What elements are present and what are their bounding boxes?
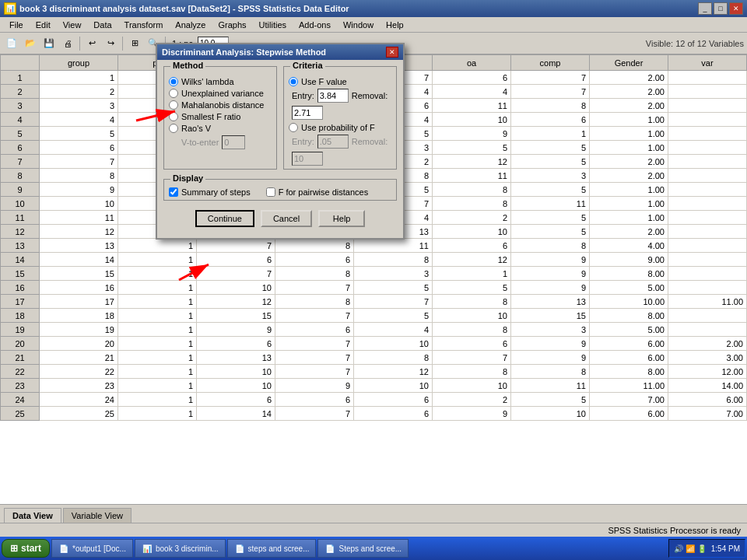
table-cell[interactable]	[668, 267, 747, 281]
table-cell[interactable]: 3	[511, 323, 590, 337]
col-gender[interactable]: Gender	[590, 55, 668, 71]
table-cell[interactable]: 6	[433, 71, 511, 85]
table-cell[interactable]: 12	[433, 253, 511, 267]
table-cell[interactable]: 1.00	[590, 183, 668, 197]
method-wilks-radio[interactable]	[169, 77, 178, 86]
table-cell[interactable]: 11	[511, 379, 590, 393]
table-cell[interactable]: 1	[118, 267, 197, 281]
table-cell[interactable]	[668, 99, 747, 113]
table-cell[interactable]: 1	[40, 71, 118, 85]
table-cell[interactable]: 7	[275, 351, 354, 365]
table-cell[interactable]	[668, 85, 747, 99]
method-wilks-label[interactable]: Wilks' lambda	[181, 77, 234, 86]
table-cell[interactable]	[668, 225, 747, 239]
table-cell[interactable]: 8	[354, 253, 433, 267]
table-cell[interactable]: 2.00	[590, 85, 668, 99]
close-btn[interactable]: ✕	[729, 2, 743, 15]
use-f-label[interactable]: Use F value	[301, 77, 347, 86]
f-pairwise-checkbox[interactable]	[266, 187, 275, 197]
table-cell[interactable]: 15	[40, 267, 118, 281]
table-cell[interactable]: 12	[354, 365, 433, 379]
table-cell[interactable]: 9	[511, 337, 590, 351]
cancel-button[interactable]: Cancel	[261, 210, 312, 227]
menu-window[interactable]: Window	[337, 19, 380, 31]
table-cell[interactable]: 6	[433, 239, 511, 253]
table-cell[interactable]: 7	[40, 155, 118, 169]
use-f-radio[interactable]	[289, 77, 298, 86]
table-cell[interactable]	[668, 323, 747, 337]
table-cell[interactable]: 9	[511, 267, 590, 281]
prob-removal-input[interactable]	[292, 152, 323, 166]
removal-input[interactable]	[292, 106, 323, 120]
table-cell[interactable]: 6	[511, 113, 590, 127]
table-cell[interactable]: 4	[354, 323, 433, 337]
table-cell[interactable]: 4	[433, 85, 511, 99]
method-mahalanobis-radio[interactable]	[169, 100, 178, 110]
maximize-btn[interactable]: □	[714, 2, 728, 15]
table-cell[interactable]: 4	[40, 113, 118, 127]
table-cell[interactable]: 5	[511, 211, 590, 225]
table-cell[interactable]: 6	[354, 393, 433, 407]
tab-variable-view[interactable]: Variable View	[63, 508, 132, 523]
summary-steps-checkbox[interactable]	[169, 187, 178, 197]
print-btn[interactable]: 🖨	[59, 35, 76, 52]
table-cell[interactable]: 7	[275, 407, 354, 421]
table-cell[interactable]: 12.00	[668, 365, 747, 379]
goto-btn[interactable]: ⊞	[126, 35, 143, 52]
open-btn[interactable]: 📂	[22, 35, 39, 52]
table-cell[interactable]: 1	[118, 253, 197, 267]
table-cell[interactable]: 15	[511, 309, 590, 323]
col-oa[interactable]: oa	[433, 55, 511, 71]
table-cell[interactable]: 10	[197, 379, 275, 393]
table-cell[interactable]: 7	[511, 71, 590, 85]
menu-view[interactable]: View	[57, 19, 88, 31]
table-cell[interactable]: 1	[118, 295, 197, 309]
table-cell[interactable]: 9	[275, 379, 354, 393]
table-cell[interactable]: 7.00	[590, 393, 668, 407]
menu-help[interactable]: Help	[380, 19, 410, 31]
table-cell[interactable]: 25	[40, 407, 118, 421]
table-cell[interactable]: 5	[511, 155, 590, 169]
table-cell[interactable]: 10	[40, 197, 118, 211]
table-cell[interactable]: 11	[354, 239, 433, 253]
table-cell[interactable]: 2.00	[590, 225, 668, 239]
table-cell[interactable]: 8	[433, 183, 511, 197]
table-cell[interactable]: 11	[433, 99, 511, 113]
table-cell[interactable]: 5	[511, 141, 590, 155]
table-cell[interactable]: 6	[197, 337, 275, 351]
table-cell[interactable]: 8	[511, 99, 590, 113]
table-cell[interactable]	[668, 211, 747, 225]
table-cell[interactable]: 1	[118, 365, 197, 379]
entry-input[interactable]	[317, 89, 349, 103]
method-raos-v-radio[interactable]	[169, 124, 178, 133]
table-cell[interactable]: 9	[511, 281, 590, 295]
menu-file[interactable]: File	[3, 19, 30, 31]
table-cell[interactable]: 5	[354, 281, 433, 295]
table-cell[interactable]: 9	[197, 323, 275, 337]
f-pairwise-label[interactable]: F for pairwise distances	[279, 187, 369, 197]
table-cell[interactable]: 2.00	[590, 71, 668, 85]
table-cell[interactable]: 9.00	[590, 253, 668, 267]
table-cell[interactable]: 9	[40, 183, 118, 197]
table-cell[interactable]: 10	[433, 379, 511, 393]
v-to-enter-input[interactable]	[222, 135, 245, 149]
table-cell[interactable]: 2.00	[590, 169, 668, 183]
table-cell[interactable]	[668, 71, 747, 85]
table-cell[interactable]: 9	[511, 351, 590, 365]
table-cell[interactable]: 6	[197, 393, 275, 407]
table-cell[interactable]: 1	[511, 127, 590, 141]
undo-btn[interactable]: ↩	[83, 35, 100, 52]
table-cell[interactable]: 4.00	[590, 239, 668, 253]
taskbar-item-1[interactable]: 📊 book 3 discrimin...	[135, 539, 226, 558]
table-cell[interactable]: 2	[433, 393, 511, 407]
table-cell[interactable]: 10	[197, 365, 275, 379]
table-cell[interactable]: 7	[275, 281, 354, 295]
table-cell[interactable]: 3	[354, 267, 433, 281]
table-cell[interactable]: 1	[118, 407, 197, 421]
table-cell[interactable]: 6	[433, 337, 511, 351]
table-cell[interactable]: 7	[275, 365, 354, 379]
table-cell[interactable]: 21	[40, 351, 118, 365]
table-cell[interactable]: 11	[433, 169, 511, 183]
table-cell[interactable]: 10	[433, 309, 511, 323]
table-cell[interactable]: 5.00	[590, 281, 668, 295]
